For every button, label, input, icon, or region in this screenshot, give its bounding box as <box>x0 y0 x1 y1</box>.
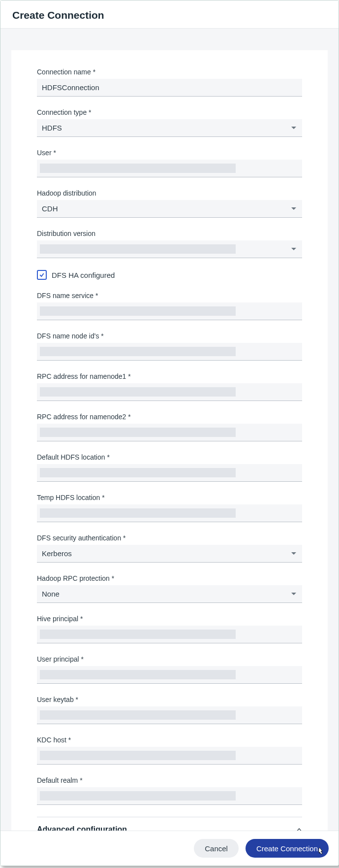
label-user-keytab: User keytab * <box>37 696 302 703</box>
value-dfs-security-auth: Kerberos <box>42 549 72 558</box>
field-dfs-name-service: DFS name service * <box>37 292 302 320</box>
label-connection-type: Connection type * <box>37 108 302 116</box>
caret-down-icon <box>291 552 296 555</box>
dialog-footer: Cancel Create Connection <box>0 831 339 866</box>
value-connection-type: HDFS <box>42 124 62 132</box>
field-kdc-host: KDC host * <box>37 736 302 765</box>
checkbox-row-dfs-ha[interactable]: DFS HA configured <box>37 270 302 280</box>
label-hadoop-distribution: Hadoop distribution <box>37 189 302 197</box>
label-rpc-namenode1: RPC address for namenode1 * <box>37 372 302 380</box>
cancel-button[interactable]: Cancel <box>194 839 239 858</box>
label-dfs-security-auth: DFS security authentication * <box>37 534 302 542</box>
select-connection-type[interactable]: HDFS <box>37 119 302 137</box>
input-default-hdfs-location[interactable] <box>37 464 302 482</box>
input-user-keytab[interactable] <box>37 706 302 724</box>
select-hadoop-rpc-protection[interactable]: None <box>37 585 302 603</box>
input-connection-name[interactable]: HDFSConnection <box>37 79 302 97</box>
value-hadoop-distribution: CDH <box>42 204 58 213</box>
checkbox-dfs-ha[interactable] <box>37 270 47 280</box>
dialog-body: Connection name * HDFSConnection Connect… <box>0 29 339 831</box>
label-rpc-namenode2: RPC address for namenode2 * <box>37 413 302 421</box>
create-connection-label: Create Connection <box>256 844 318 853</box>
field-dfs-security-auth: DFS security authentication * Kerberos <box>37 534 302 563</box>
label-hadoop-rpc-protection: Hadoop RPC protection * <box>37 574 302 582</box>
select-dfs-security-auth[interactable]: Kerberos <box>37 545 302 563</box>
select-hadoop-distribution[interactable]: CDH <box>37 200 302 218</box>
input-default-realm[interactable] <box>37 787 302 805</box>
create-connection-button[interactable]: Create Connection <box>246 839 329 858</box>
field-rpc-namenode1: RPC address for namenode1 * <box>37 372 302 401</box>
label-dfs-name-node-ids: DFS name node id's * <box>37 332 302 340</box>
label-connection-name: Connection name * <box>37 68 302 76</box>
label-kdc-host: KDC host * <box>37 736 302 744</box>
field-rpc-namenode2: RPC address for namenode2 * <box>37 413 302 441</box>
select-distribution-version[interactable] <box>37 240 302 258</box>
input-hive-principal[interactable] <box>37 626 302 643</box>
field-default-realm: Default realm * <box>37 776 302 805</box>
checkmark-icon <box>39 272 45 278</box>
form-card: Connection name * HDFSConnection Connect… <box>11 50 328 831</box>
field-temp-hdfs-location: Temp HDFS location * <box>37 494 302 522</box>
field-hadoop-rpc-protection: Hadoop RPC protection * None <box>37 574 302 603</box>
field-user-principal: User principal * <box>37 655 302 684</box>
input-rpc-namenode1[interactable] <box>37 383 302 401</box>
input-kdc-host[interactable] <box>37 747 302 765</box>
field-distribution-version: Distribution version <box>37 230 302 258</box>
input-user[interactable] <box>37 160 302 177</box>
caret-down-icon <box>291 593 296 595</box>
field-user: User * <box>37 149 302 177</box>
label-distribution-version: Distribution version <box>37 230 302 237</box>
caret-down-icon <box>291 248 296 250</box>
input-dfs-name-node-ids[interactable] <box>37 343 302 361</box>
label-dfs-ha: DFS HA configured <box>52 271 115 279</box>
value-hadoop-rpc-protection: None <box>42 590 60 598</box>
field-user-keytab: User keytab * <box>37 696 302 724</box>
field-default-hdfs-location: Default HDFS location * <box>37 453 302 482</box>
caret-down-icon <box>291 207 296 210</box>
label-user-principal: User principal * <box>37 655 302 663</box>
dialog-title: Create Connection <box>12 9 327 21</box>
label-user: User * <box>37 149 302 157</box>
label-dfs-name-service: DFS name service * <box>37 292 302 300</box>
input-rpc-namenode2[interactable] <box>37 424 302 441</box>
field-connection-type: Connection type * HDFS <box>37 108 302 137</box>
field-hadoop-distribution: Hadoop distribution CDH <box>37 189 302 218</box>
label-default-hdfs-location: Default HDFS location * <box>37 453 302 461</box>
field-connection-name: Connection name * HDFSConnection <box>37 68 302 97</box>
caret-down-icon <box>291 127 296 129</box>
input-temp-hdfs-location[interactable] <box>37 504 302 522</box>
dialog-header: Create Connection <box>0 0 339 29</box>
advanced-section-title: Advanced configuration <box>37 825 127 831</box>
input-user-principal[interactable] <box>37 666 302 684</box>
field-dfs-name-node-ids: DFS name node id's * <box>37 332 302 361</box>
label-temp-hdfs-location: Temp HDFS location * <box>37 494 302 501</box>
create-connection-dialog: Create Connection Connection name * HDFS… <box>0 0 339 866</box>
value-connection-name: HDFSConnection <box>42 83 99 92</box>
label-hive-principal: Hive principal * <box>37 615 302 623</box>
input-dfs-name-service[interactable] <box>37 302 302 320</box>
label-default-realm: Default realm * <box>37 776 302 784</box>
field-hive-principal: Hive principal * <box>37 615 302 643</box>
advanced-section-header[interactable]: Advanced configuration <box>37 817 302 831</box>
